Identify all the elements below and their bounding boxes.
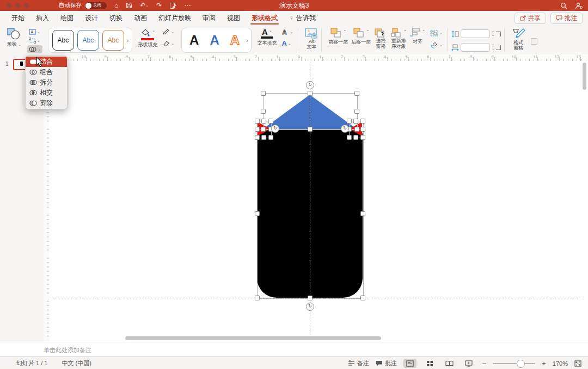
menu-item-intersect[interactable]: 相交 [26,88,67,98]
tab-design[interactable]: 设计 [85,11,98,26]
merge-shapes-button[interactable]: ⌄ [27,45,42,53]
account-icon[interactable] [575,2,583,9]
selection-handle[interactable] [347,119,352,124]
zoom-in-button[interactable]: + [542,359,546,367]
tab-draw[interactable]: 绘图 [60,11,74,26]
shape-width-input[interactable] [461,43,490,52]
selection-handle[interactable] [347,135,352,140]
close-window-button[interactable] [7,3,11,8]
styles-more-arrow[interactable]: › [127,38,128,44]
edit-shape-button[interactable]: ⌄ [27,36,42,45]
tab-slideshow[interactable]: 幻灯片放映 [158,11,191,26]
selection-handle[interactable] [354,91,359,96]
rotation-handle[interactable]: ↻ [306,303,314,311]
selection-handle[interactable] [255,127,260,132]
slide-sorter-view-button[interactable] [423,359,436,368]
reorder-objects-button[interactable]: ⌄ 重新排序对象 [390,28,407,49]
horizontal-scrollbar[interactable] [125,336,381,340]
shape-style-preset-3[interactable]: Abc [102,30,124,51]
selection-handle[interactable] [360,119,365,124]
selection-handle[interactable] [308,91,313,96]
rotation-handle[interactable]: ↻ [341,125,349,133]
undo-button[interactable]: ↶⌄ [140,0,149,11]
menu-item-combine[interactable]: 组合 [26,67,67,77]
tab-transitions[interactable]: 切换 [109,11,122,26]
menu-item-fragment[interactable]: 拆分 [26,77,67,88]
more-commands-icon[interactable]: ⋯ [184,0,191,11]
selection-handle[interactable] [255,119,260,124]
tab-home[interactable]: 开始 [11,11,24,26]
redo-button[interactable]: ↷ [156,0,162,11]
language-indicator[interactable]: 中文 (中国) [62,359,91,367]
selection-handle[interactable] [353,135,358,140]
menu-item-subtract[interactable]: 剪除 [26,98,67,108]
selection-pane-button[interactable]: 选择窗格 [374,28,387,49]
wordart-preset-2[interactable]: A [210,33,219,48]
tab-review[interactable]: 审阅 [203,11,216,26]
home-icon[interactable]: ⌂ [114,0,118,11]
insert-shapes-button[interactable]: 形状 ⌄ [4,28,24,48]
wordart-preset-3[interactable]: A [230,33,240,48]
tab-insert[interactable]: 插入 [36,11,49,26]
lock-aspect-checkbox[interactable] [531,38,537,45]
save-icon[interactable] [126,2,132,9]
quick-print-icon[interactable] [169,2,176,9]
selection-handle[interactable] [255,135,260,140]
text-effects-button[interactable]: A ⌄ [280,39,295,47]
shape-height-input[interactable] [461,29,490,38]
shape-fill-button[interactable]: ⌄ 形状填充 [138,28,157,48]
selection-handle[interactable] [268,119,273,124]
bring-forward-button[interactable]: ⌄ 前移一层 [328,28,348,46]
tab-animations[interactable]: 动画 [134,11,147,26]
tab-shape-format[interactable]: 形状格式 [252,11,278,26]
slideshow-view-button[interactable] [462,359,475,368]
zoom-out-button[interactable]: − [482,359,486,368]
rotation-handle[interactable]: ↻ [271,125,279,133]
tab-tell-me[interactable]: ♀告诉我 [289,11,316,26]
selection-handle[interactable] [360,211,365,216]
selection-handle[interactable] [360,135,365,140]
normal-view-button[interactable] [403,359,416,368]
notes-pane[interactable]: 单击此处添加备注 [0,342,588,357]
selection-handle[interactable] [255,296,260,300]
search-icon[interactable] [560,2,567,9]
share-button[interactable]: 共享 [514,13,546,24]
format-pane-button[interactable]: 格式窗格 [511,28,525,51]
selection-handle[interactable] [261,119,266,124]
selection-handle[interactable] [360,296,365,300]
shape-style-preset-2[interactable]: Abc [77,30,99,51]
height-stepper[interactable]: ⌃⌄ [492,31,494,36]
shape-style-preset-1[interactable]: Abc [52,30,74,51]
tab-view[interactable]: 视图 [227,11,240,26]
reading-view-button[interactable] [443,359,456,368]
menu-item-union[interactable]: 结合 [26,57,67,67]
selection-handle[interactable] [261,135,266,140]
zoom-level[interactable]: 170% [553,360,568,367]
width-stepper[interactable]: ⌃⌄ [492,45,494,50]
selection-handle[interactable] [354,109,359,114]
selection-handle[interactable] [360,127,365,132]
selection-handle[interactable] [261,91,266,96]
text-outline-button[interactable]: A ⌄ [280,28,295,36]
selection-handle[interactable] [354,127,359,132]
zoom-window-button[interactable] [24,3,29,8]
selection-handle[interactable] [308,296,313,300]
selection-handle[interactable] [261,109,266,114]
wordart-more-arrow[interactable]: › [246,38,248,44]
alt-text-button[interactable]: Alt文本 [305,28,318,50]
selection-handle[interactable] [353,119,358,124]
selection-handle[interactable] [255,211,260,216]
selection-handle[interactable] [268,135,273,140]
wordart-preset-1[interactable]: A [189,33,199,48]
vertical-scrollbar[interactable] [583,63,586,90]
shape-outline-button[interactable]: ⌄ [161,28,176,36]
send-backward-button[interactable]: ⌄ 后移一层 [351,28,371,46]
autosave-toggle[interactable]: 关闭 [85,2,107,9]
group-objects-button[interactable]: ⌄ [428,29,444,37]
selection-handle[interactable] [308,127,313,132]
rotate-objects-button[interactable]: ⌄ [428,41,444,49]
fit-to-window-button[interactable] [574,360,581,367]
minimize-window-button[interactable] [15,3,20,8]
text-fill-button[interactable]: A ⌄ 文本填充 [257,28,277,47]
comments-button[interactable]: 批注 [550,13,583,24]
